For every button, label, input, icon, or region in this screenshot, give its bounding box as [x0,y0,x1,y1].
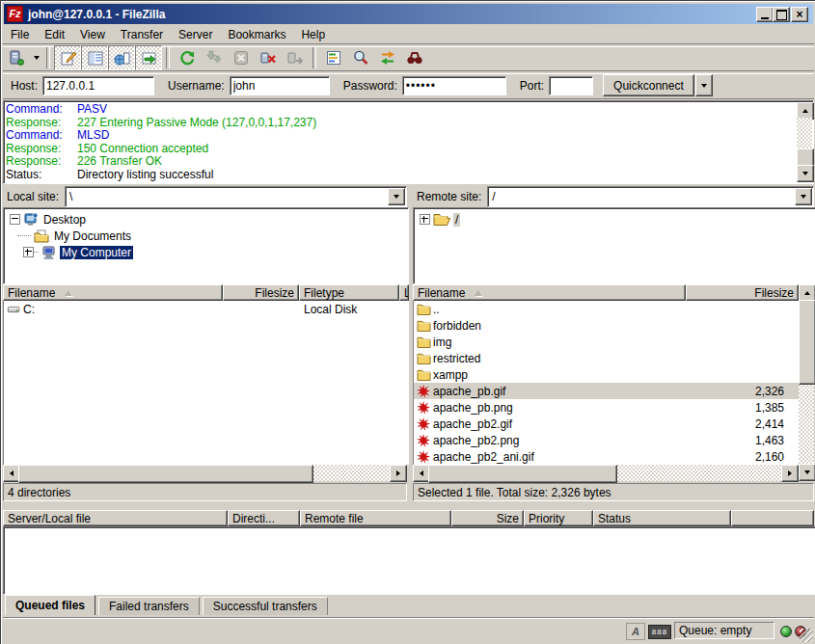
speed-limit-icon[interactable]: 888 [648,625,671,639]
close-button[interactable]: × [791,7,808,22]
tree-item-my-computer[interactable]: My Computer [23,244,133,260]
filter-button[interactable] [320,45,347,70]
expand-icon[interactable] [420,214,430,225]
folder-icon [416,319,431,332]
menu-transfer[interactable]: Transfer [113,26,171,43]
tree-item-my-documents[interactable]: My Documents [17,228,133,244]
column-header-size[interactable]: Size [451,510,524,526]
column-header-filesize[interactable]: Filesize [223,284,299,301]
remote-file-row[interactable]: .. [414,301,800,317]
tab-successful-transfers[interactable]: Successful transfers [203,597,328,615]
scroll-down-button[interactable] [799,464,815,481]
process-queue-button[interactable] [201,45,228,70]
column-header-priority[interactable]: Priority [524,510,593,526]
toggle-remote-tree-button[interactable] [108,45,135,70]
site-manager-dropdown[interactable] [30,46,42,69]
transfer-type-icon[interactable]: A [626,623,645,640]
remote-file-row[interactable]: apache_pb2.gif 2,414 [414,416,800,432]
scroll-right-button[interactable] [781,465,799,482]
compare-directories-button[interactable] [347,45,374,70]
maximize-button[interactable] [773,7,790,22]
username-input[interactable] [230,76,330,95]
minimize-button[interactable] [756,7,774,22]
log-prefix: Status: [6,169,77,182]
find-files-button[interactable] [401,45,428,70]
cancel-operation-button[interactable] [228,45,255,70]
menu-server[interactable]: Server [171,26,220,43]
resize-grip[interactable] [800,629,813,642]
remote-file-row[interactable]: xampp [414,366,800,383]
tree-label-selected[interactable]: / [453,213,460,227]
toggle-transfer-queue-button[interactable] [135,45,162,70]
remote-file-row[interactable]: apache_pb2_ani.gif 2,160 [414,448,800,465]
tree-label[interactable]: Desktop [41,213,88,227]
scroll-down-button[interactable] [797,165,814,182]
remote-file-row[interactable]: restricted [414,350,800,366]
menu-view[interactable]: View [72,26,113,43]
column-header-direction[interactable]: Directi... [228,510,300,526]
menu-help[interactable]: Help [293,26,333,43]
file-size: 2,160 [678,450,800,464]
image-file-icon [416,434,431,447]
tree-item-desktop[interactable]: Desktop [10,211,88,228]
my-documents-icon [34,228,49,244]
queue-list[interactable] [3,526,815,595]
quickconnect-dropdown[interactable] [695,74,713,96]
tab-queued-files[interactable]: Queued files [5,595,95,615]
local-tree: Desktop My Documents My Computer [3,207,409,284]
column-label: Filesize [255,286,294,300]
remote-file-row[interactable]: forbidden [414,317,800,334]
local-site-dropdown[interactable] [388,188,405,205]
remote-file-row[interactable]: img [414,334,800,350]
expand-icon[interactable] [23,247,34,257]
quickconnect-button[interactable]: Quickconnect [603,74,694,96]
port-input[interactable] [549,76,593,95]
site-manager-button[interactable] [3,45,30,70]
remote-vscrollbar[interactable] [799,284,814,481]
column-header-remote-file[interactable]: Remote file [300,510,451,526]
column-header-filetype[interactable]: Filetype [299,284,399,301]
password-input[interactable] [402,76,506,95]
tree-connector [34,252,39,253]
tree-label[interactable]: My Documents [52,229,133,243]
column-header-last-modified[interactable]: L [399,284,409,301]
log-scrollbar[interactable] [797,102,812,182]
scroll-right-button[interactable] [390,465,407,482]
remote-hscrollbar[interactable] [413,465,799,481]
toggle-message-log-button[interactable] [54,45,81,70]
menu-edit[interactable]: Edit [37,26,72,43]
binoculars-icon [406,49,423,67]
remote-site-dropdown[interactable] [795,188,812,205]
image-file-icon [416,401,431,415]
disconnect-button[interactable] [255,45,282,70]
remote-site-combo[interactable]: / [487,186,814,207]
column-header-filesize[interactable]: Filesize [686,284,799,301]
column-header-status[interactable]: Status [593,510,731,526]
synchronized-browsing-button[interactable] [374,45,401,70]
remote-file-row-selected[interactable]: apache_pb.gif 2,326 [414,383,800,399]
scroll-thumb[interactable] [428,465,617,483]
collapse-icon[interactable] [10,214,20,225]
log-line: Response:227 Entering Passive Mode (127,… [6,117,796,130]
menu-bookmarks[interactable]: Bookmarks [220,26,293,43]
remote-file-row[interactable]: apache_pb2.png 1,463 [414,432,800,448]
tree-label-selected[interactable]: My Computer [60,246,133,259]
column-header-server-local-file[interactable]: Server/Local file [3,510,228,526]
menu-file[interactable]: File [3,26,37,43]
local-hscrollbar[interactable] [3,465,407,481]
local-site-combo[interactable]: \ [65,186,407,207]
tab-failed-transfers[interactable]: Failed transfers [98,597,200,615]
filezilla-window: Fz john@127.0.0.1 - FileZilla × File Edi… [0,0,815,644]
tree-item-root[interactable]: / [420,211,460,228]
scroll-thumb[interactable] [799,300,815,385]
column-header-filename[interactable]: Filename [413,284,686,301]
local-file-row[interactable]: C: Local Disk [4,301,408,317]
log-line: Status:Directory listing successful [6,169,796,182]
remote-file-row[interactable]: apache_pb.png 1,385 [414,399,800,416]
toggle-local-tree-button[interactable] [81,45,108,70]
column-header-filename[interactable]: Filename [3,284,223,301]
reconnect-button[interactable] [282,45,309,70]
host-input[interactable] [42,76,154,95]
scroll-thumb[interactable] [18,465,313,483]
refresh-button[interactable] [174,45,201,70]
